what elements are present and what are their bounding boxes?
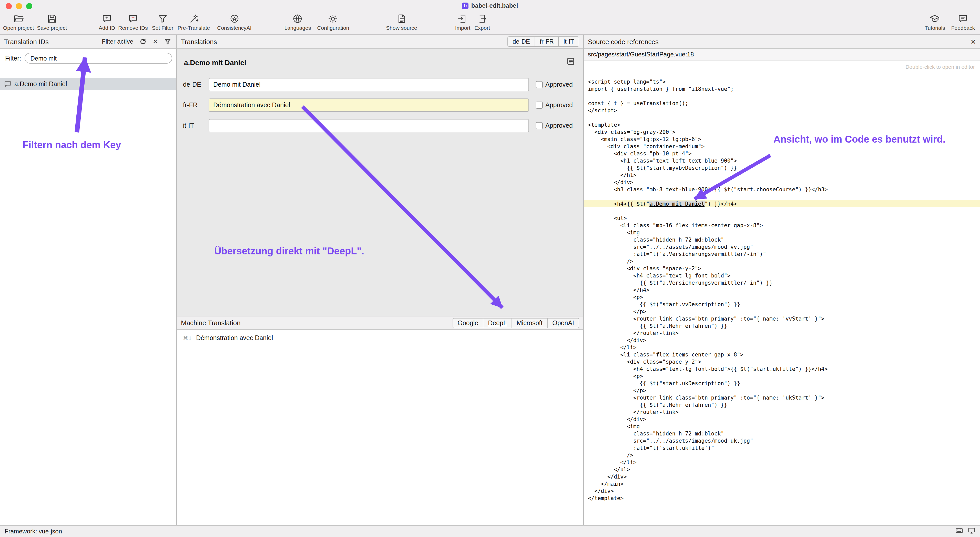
language-tabs: de-DE fr-FR it-IT bbox=[508, 37, 579, 47]
translation-id-item[interactable]: a.Demo mit Daniel bbox=[0, 78, 176, 90]
mt-provider-google[interactable]: Google bbox=[453, 318, 483, 327]
comment-note-button[interactable] bbox=[566, 57, 575, 68]
translation-ids-header: Translation IDs Filter active ✕ bbox=[0, 35, 176, 49]
translations-header: Translations de-DE fr-FR it-IT bbox=[177, 35, 583, 49]
lang-tab-it-IT[interactable]: it-IT bbox=[558, 37, 579, 46]
annotation-filter-note: Filtern nach dem Key bbox=[22, 140, 121, 151]
translation-id-label: a.Demo mit Daniel bbox=[14, 81, 67, 88]
translation-input-it-IT[interactable] bbox=[208, 119, 529, 132]
globe-icon bbox=[292, 12, 303, 25]
window-title: b babel-edit.babel bbox=[0, 2, 980, 9]
code-line: {{ $t("a.Mehr erfahren") }} bbox=[584, 322, 980, 329]
code-line: :alt="t('start.ukTitle')" bbox=[584, 444, 980, 451]
mt-result-text: Démonstration avec Daniel bbox=[196, 335, 273, 342]
code-line: <script setup lang="ts"> bbox=[584, 78, 980, 85]
filter-active-label: Filter active bbox=[102, 38, 133, 45]
import-button[interactable]: Import bbox=[455, 12, 471, 31]
code-line: <img bbox=[584, 229, 980, 236]
annotation-source-note: Ansicht, wo im Code es benutzt wird. bbox=[773, 134, 945, 145]
import-icon bbox=[457, 12, 468, 25]
approved-control: Approved bbox=[536, 122, 573, 129]
translations-body: a.Demo mit Daniel de-DE Approved fr-FR bbox=[177, 49, 583, 316]
machine-translation-body: ⌘1 Démonstration avec Daniel bbox=[177, 330, 583, 525]
translation-input-fr-FR[interactable] bbox=[208, 99, 529, 112]
translations-panel: Translations de-DE fr-FR it-IT a.Demo mi… bbox=[177, 35, 584, 525]
code-line: </p> bbox=[584, 308, 980, 315]
filter-input[interactable] bbox=[25, 53, 172, 64]
keyboard-icon[interactable] bbox=[955, 527, 963, 536]
gear-icon bbox=[328, 12, 339, 25]
editor-hint: Double-click to open in editor bbox=[584, 61, 980, 72]
add-id-icon bbox=[102, 12, 112, 25]
clear-filter-icon[interactable]: ✕ bbox=[151, 37, 160, 46]
lang-tab-de-DE[interactable]: de-DE bbox=[508, 37, 535, 46]
open-project-button[interactable]: Open project bbox=[3, 12, 34, 31]
pre-translate-button[interactable]: Pre-Translate bbox=[178, 12, 210, 31]
approved-label: Approved bbox=[546, 122, 573, 129]
folder-open-icon bbox=[13, 12, 24, 25]
consistency-ai-button[interactable]: ConsistencyAI bbox=[217, 12, 251, 31]
refresh-icon[interactable] bbox=[138, 37, 148, 46]
code-line bbox=[584, 92, 980, 99]
framework-label: Framework: vue-json bbox=[5, 528, 62, 535]
export-button[interactable]: Export bbox=[474, 12, 490, 31]
code-line bbox=[584, 114, 980, 121]
code-line: {{ $t("start.myvbvDescription") }} bbox=[584, 164, 980, 171]
code-line: </ul> bbox=[584, 466, 980, 473]
translation-input-de-DE[interactable] bbox=[208, 78, 529, 91]
mt-provider-microsoft[interactable]: Microsoft bbox=[512, 318, 547, 327]
close-panel-icon[interactable]: ✕ bbox=[970, 38, 976, 45]
code-line: </li> bbox=[584, 344, 980, 351]
entry-title: a.Demo mit Daniel bbox=[184, 58, 246, 67]
set-filter-button[interactable]: Set Filter bbox=[152, 12, 173, 31]
filter-funnel-icon[interactable] bbox=[163, 37, 172, 46]
code-line: import { useTranslation } from "i18next-… bbox=[584, 85, 980, 92]
toolbar: Open project Save project Add ID Remove … bbox=[0, 11, 980, 31]
add-id-button[interactable]: Add ID bbox=[99, 12, 115, 31]
main-area: Translation IDs Filter active ✕ Filter: … bbox=[0, 35, 980, 525]
translation-row-fr-FR: fr-FR Approved bbox=[183, 99, 577, 112]
language-label: de-DE bbox=[183, 81, 208, 88]
source-file-reference[interactable]: src/pages/start/GuestStartPage.vue:18 bbox=[584, 49, 980, 61]
feedback-button[interactable]: Feedback bbox=[951, 12, 975, 31]
code-line: <p> bbox=[584, 293, 980, 301]
annotation-deepl-note: Übersetzung direkt mit "DeepL". bbox=[214, 246, 364, 257]
approved-checkbox-de-DE[interactable] bbox=[536, 81, 543, 88]
source-references-header: Source code references ✕ bbox=[584, 35, 980, 49]
code-line: </template> bbox=[584, 494, 980, 502]
mt-provider-deepl[interactable]: DeepL bbox=[483, 318, 512, 327]
mt-result-row[interactable]: ⌘1 Démonstration avec Daniel bbox=[183, 335, 578, 342]
filter-label: Filter: bbox=[5, 55, 21, 62]
approved-checkbox-fr-FR[interactable] bbox=[536, 102, 543, 109]
code-line: {{ $t("start.ukDescription") }} bbox=[584, 379, 980, 387]
save-project-button[interactable]: Save project bbox=[37, 12, 67, 31]
code-line: <div class="pb-10 pt-4"> bbox=[584, 150, 980, 157]
source-document-icon bbox=[396, 12, 407, 25]
window-title-text: babel-edit.babel bbox=[471, 2, 518, 9]
mt-provider-openai[interactable]: OpenAI bbox=[547, 318, 579, 327]
translation-row-it-IT: it-IT Approved bbox=[183, 119, 577, 132]
display-icon[interactable] bbox=[968, 527, 975, 536]
tutorials-button[interactable]: Tutorials bbox=[924, 12, 945, 31]
languages-button[interactable]: Languages bbox=[284, 12, 311, 31]
code-line: src="../../assets/images/mood_vv.jpg" bbox=[584, 243, 980, 250]
source-references-title: Source code references bbox=[588, 38, 659, 45]
code-line: class="hidden h-72 md:block" bbox=[584, 430, 980, 437]
highlighted-translation-key: a.Demo mit Daniel bbox=[649, 201, 705, 207]
code-line: </li> bbox=[584, 459, 980, 466]
code-line: </div> bbox=[584, 416, 980, 422]
status-bar: Framework: vue-json bbox=[0, 525, 980, 537]
window-header: b babel-edit.babel Open project Save pro… bbox=[0, 0, 980, 35]
show-source-button[interactable]: Show source bbox=[386, 12, 417, 31]
configuration-button[interactable]: Configuration bbox=[317, 12, 349, 31]
export-icon bbox=[477, 12, 488, 25]
speech-bubble-icon bbox=[4, 81, 11, 88]
approved-checkbox-it-IT[interactable] bbox=[536, 122, 543, 129]
code-line: </div> bbox=[584, 336, 980, 344]
remove-ids-button[interactable]: Remove IDs bbox=[118, 12, 148, 31]
code-line: /> bbox=[584, 451, 980, 459]
highlighted-code-line: <h4>{{ $t("a.Demo mit Daniel") }}</h4> bbox=[584, 200, 980, 207]
translations-title: Translations bbox=[181, 38, 217, 45]
code-line: <li class="mb-16 flex items-center gap-x… bbox=[584, 221, 980, 229]
lang-tab-fr-FR[interactable]: fr-FR bbox=[535, 37, 558, 46]
